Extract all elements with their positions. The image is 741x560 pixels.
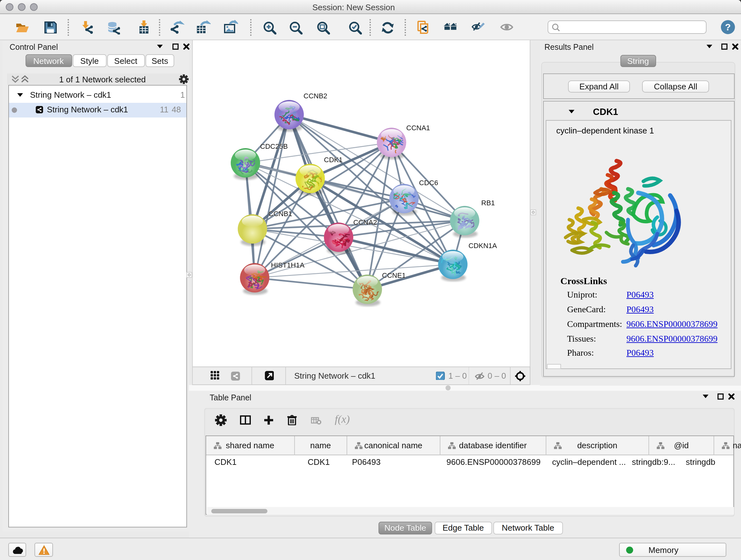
- svg-text:CCNA1: CCNA1: [406, 124, 430, 132]
- svg-text:CCNB2: CCNB2: [303, 91, 327, 100]
- svg-text:?: ?: [725, 22, 731, 32]
- svg-text:CDC25B: CDC25B: [260, 142, 287, 150]
- svg-text:CDKN1A: CDKN1A: [468, 241, 497, 249]
- svg-text:CCNB1: CCNB1: [268, 209, 292, 217]
- svg-text:CDK1: CDK1: [324, 155, 342, 164]
- svg-text:HIST1H1A: HIST1H1A: [271, 261, 304, 269]
- svg-text:CCNE1: CCNE1: [382, 271, 406, 279]
- svg-text:RB1: RB1: [481, 199, 495, 206]
- svg-text:CDC6: CDC6: [419, 179, 438, 186]
- svg-text:CCNA2: CCNA2: [353, 218, 377, 226]
